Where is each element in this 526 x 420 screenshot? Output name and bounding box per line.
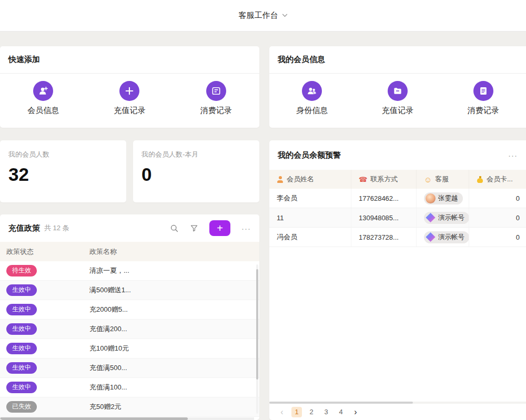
quick-add-consume-record-button[interactable]: 消费记录: [173, 81, 259, 116]
table-row[interactable]: 11 130948085... 演示帐号 0: [269, 208, 526, 228]
status-badge: 生效中: [6, 323, 37, 335]
card-lines-icon: [206, 81, 226, 101]
card-balance: 0: [469, 208, 526, 227]
avatar: [426, 232, 436, 242]
status-badge: 已失效: [6, 401, 37, 413]
column-card-balance[interactable]: 会员卡...: [469, 170, 526, 189]
column-label: 联系方式: [370, 175, 398, 184]
column-member-name[interactable]: 会员姓名: [269, 170, 351, 189]
card-balance: 0: [469, 189, 526, 208]
my-member-info-card: 我的会员信息 身份信息 充值记录 消费记录: [269, 46, 526, 128]
member-phone: 130948085...: [351, 208, 417, 227]
stat-label: 我的会员人数: [8, 150, 118, 159]
policy-name: 满500赠送1...: [89, 285, 259, 295]
person-icon: [277, 176, 284, 183]
search-icon[interactable]: [170, 224, 179, 233]
status-badge: 生效中: [6, 284, 37, 296]
action-label: 充值记录: [382, 106, 413, 116]
quick-add-actions: 会员信息 充值记录 消费记录: [0, 81, 259, 116]
card-title: 充值政策: [8, 223, 40, 233]
member-phone: 178273728...: [351, 228, 417, 247]
card-title: 我的会员余额预警: [278, 150, 341, 160]
column-policy-status[interactable]: 政策状态: [0, 247, 89, 257]
policy-table-header: 政策状态 政策名称: [0, 242, 259, 261]
balance-table-body: 李会员 177628462... 张雯越 0 11 130948085... 演…: [269, 189, 526, 247]
moneybag-icon: [477, 176, 483, 183]
agent-cell: 演示帐号: [417, 208, 469, 227]
my-member-info-card-header: 我的会员信息: [269, 46, 526, 74]
page-button-2[interactable]: 2: [306, 407, 317, 417]
column-policy-name[interactable]: 政策名称: [89, 247, 259, 257]
next-page-button[interactable]: ›: [350, 407, 361, 417]
table-row[interactable]: 生效中 充值满100...: [0, 378, 259, 397]
page-button-1[interactable]: 1: [291, 407, 302, 417]
agent-name: 张雯越: [438, 194, 458, 203]
action-label: 消费记录: [468, 106, 499, 116]
quick-add-member-info-button[interactable]: 会员信息: [0, 81, 86, 116]
recharge-policy-header: 充值政策 共 12 条 + ···: [0, 214, 259, 242]
recharge-policy-card: 充值政策 共 12 条 + ··· 政策状态 政策名称 待生效 清凉一夏，...: [0, 214, 259, 420]
horizontal-scrollbar-thumb[interactable]: [269, 402, 413, 404]
policy-name: 充值满100...: [89, 383, 259, 392]
agent-pill: 演示帐号: [424, 212, 469, 224]
table-row[interactable]: 生效中 满500赠送1...: [0, 281, 259, 300]
member-name: 李会员: [269, 189, 351, 208]
page-button-3[interactable]: 3: [321, 407, 331, 417]
stat-value: 32: [8, 164, 118, 185]
horizontal-scrollbar-thumb[interactable]: [0, 417, 188, 420]
more-options-button[interactable]: ···: [241, 224, 251, 233]
avatar: [426, 193, 436, 203]
table-row[interactable]: 生效中 充2000赠5...: [0, 300, 259, 320]
table-row[interactable]: 待生效 清凉一夏，...: [0, 261, 259, 281]
member-count-card: 我的会员人数 32: [0, 140, 126, 202]
balance-warning-header: 我的会员余额预警 ···: [269, 140, 526, 170]
document-icon: [473, 81, 493, 101]
policy-name: 清凉一夏，...: [89, 266, 259, 275]
person-plus-icon: [33, 81, 53, 101]
card-balance: 0: [469, 228, 526, 247]
column-label: 客服: [435, 175, 449, 184]
table-row[interactable]: 李会员 177628462... 张雯越 0: [269, 189, 526, 208]
folder-icon: [388, 81, 408, 101]
vertical-scrollbar: [256, 264, 258, 414]
table-row[interactable]: 冯会员 178273728... 演示帐号 0: [269, 228, 526, 247]
agent-pill: 演示帐号: [424, 231, 469, 243]
filter-icon[interactable]: [190, 224, 198, 232]
smiley-icon: ☺: [424, 176, 432, 183]
horizontal-scrollbar: [0, 417, 254, 420]
page-button-4[interactable]: 4: [336, 407, 346, 417]
action-label: 身份信息: [296, 106, 328, 116]
previous-page-button[interactable]: ‹: [277, 407, 287, 417]
agent-name: 演示帐号: [438, 233, 464, 242]
policy-name: 充值满200...: [89, 324, 259, 334]
quick-add-recharge-record-button[interactable]: 充值记录: [86, 81, 173, 116]
action-label: 消费记录: [200, 106, 232, 116]
page-title[interactable]: 客服工作台: [239, 11, 278, 21]
table-row[interactable]: 生效中 充值满500...: [0, 358, 259, 378]
status-badge: 待生效: [6, 265, 37, 276]
column-agent[interactable]: ☺ 客服: [417, 170, 469, 189]
avatar: [426, 213, 436, 223]
status-badge: 生效中: [6, 362, 37, 374]
card-title: 我的会员信息: [278, 55, 325, 65]
chevron-down-icon[interactable]: [282, 14, 288, 17]
more-options-button[interactable]: ···: [508, 151, 518, 160]
table-row[interactable]: 生效中 充值满200...: [0, 320, 259, 339]
app-header: 客服工作台: [0, 0, 526, 32]
add-policy-button[interactable]: +: [209, 220, 230, 236]
column-contact[interactable]: ☎ 联系方式: [351, 170, 417, 189]
vertical-scrollbar-thumb[interactable]: [256, 269, 258, 380]
table-row[interactable]: 生效中 充100赠10元: [0, 339, 259, 358]
column-label: 会员卡...: [487, 175, 513, 184]
quick-add-card: 快速添加 会员信息 充值记录 消费记录: [0, 46, 259, 128]
recharge-record-button[interactable]: 充值记录: [355, 81, 441, 116]
identity-info-button[interactable]: 身份信息: [269, 81, 355, 116]
pagination: ‹ 1 2 3 4 ›: [277, 407, 361, 417]
member-name: 冯会员: [269, 228, 351, 247]
consume-record-button[interactable]: 消费记录: [440, 81, 526, 116]
policy-name: 充2000赠5...: [89, 305, 259, 314]
table-row[interactable]: 已失效 充50赠2元: [0, 397, 259, 417]
policy-toolbar: + ···: [170, 220, 251, 236]
policy-name: 充值满500...: [89, 363, 259, 373]
member-count-month-card: 我的会员人数-本月 0: [133, 140, 259, 202]
